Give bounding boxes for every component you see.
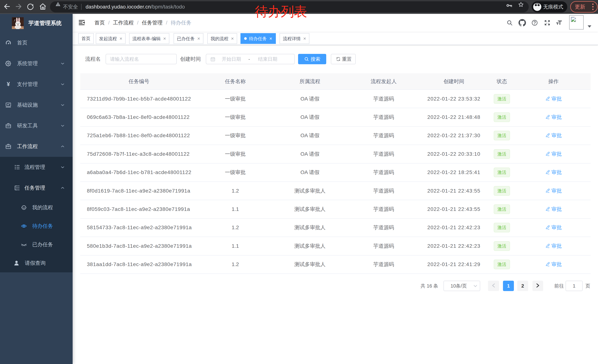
svg-text:¥: ¥ [7, 81, 10, 87]
